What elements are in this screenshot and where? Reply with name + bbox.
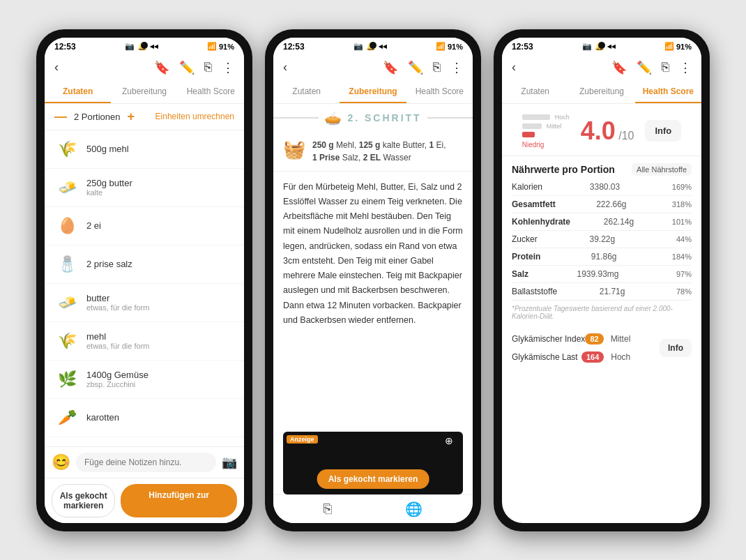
bookmark-icon-3[interactable]: 🔖 [611,60,627,75]
ingredient-name-5: mehl [86,331,149,342]
tabs-2: Zutaten Zubereitung Health Score [273,81,473,104]
score-level: Niedrig [522,141,545,149]
more-icon-2[interactable]: ⋮ [450,60,463,75]
ad-close-icon[interactable]: ⊕ [445,435,457,448]
nutrition-title: Nährwerte pro Portion [512,164,615,175]
nutrition-row-6: Ballaststoffe 21.71g 78% [512,283,692,301]
avatar-icon: 😊 [52,453,70,471]
phone-2: 12:53 📷 🔔 ◂◂ 📶 91% ‹ 🔖 ✏️ ⎘ ⋮ [265,29,481,531]
nutrition-row-4: Protein 91.86g 184% [512,248,692,266]
tab-health-2[interactable]: Health Score [406,81,473,103]
more-icon-1[interactable]: ⋮ [222,60,234,75]
camera-dot [141,42,148,49]
nutrition-row-0: Kalorien 3380.03 169% [512,179,692,196]
tab-zubereitung-1[interactable]: Zubereitung [111,81,177,103]
tab-health-1[interactable]: Health Score [178,81,244,103]
edit-icon-1[interactable]: ✏️ [179,60,195,75]
phone2-bottom: ⎘ 🌐 [273,494,473,523]
back-icon-3[interactable]: ‹ [512,60,516,75]
share-btn-2[interactable]: ⎘ [323,501,332,517]
ingredient-name-6: 1400g Gemüse [86,370,149,380]
portion-minus[interactable]: — [54,109,67,124]
more-icon-3[interactable]: ⋮ [679,60,692,75]
phone-3-inner: 12:53 📷 🔔 ◂◂ 📶 91% ‹ 🔖 ✏️ ⎘ ⋮ [502,38,701,523]
share-icon-1[interactable]: ⎘ [204,60,212,75]
ingredient-icon-5: 🌾 [54,328,79,354]
status-right-1: 📶 91% [207,42,234,51]
ingredient-icon-4: 🧈 [54,290,79,315]
tabs-3: Zutaten Zubereitung Health Score [502,81,701,104]
nav-bar-3: ‹ 🔖 ✏️ ⎘ ⋮ [502,54,701,81]
action-bar-1: Als gekochtmarkieren Hinzufügen zur [45,478,244,523]
share-icon-3[interactable]: ⎘ [662,60,669,75]
add-button-1[interactable]: Hinzufügen zur [121,484,237,517]
cook-button-1[interactable]: Als gekochtmarkieren [52,484,115,517]
bar-niedrig [522,132,535,137]
back-icon-2[interactable]: ‹ [283,60,287,75]
phone-2-inner: 12:53 📷 🔔 ◂◂ 📶 91% ‹ 🔖 ✏️ ⎘ ⋮ [273,38,473,523]
score-section: Hoch Mittel Niedrig 4.0 /10 [502,104,701,156]
step-header-deco: 🥧 2. SCHRITT [273,104,473,132]
score-bars: Hoch Mittel Niedrig [522,114,570,149]
edit-icon-3[interactable]: ✏️ [637,60,652,75]
portion-row: — 2 Portionen + Einheiten umrechnen [45,104,244,130]
score-denom: /10 [618,130,634,142]
step-body: Für den Mürbeteig Mehl, Butter, Ei, Salz… [273,172,473,432]
ingredient-name-4: butter [86,293,149,303]
note-bar: 😊 📷 [45,446,244,478]
nav-bar-2: ‹ 🔖 ✏️ ⎘ ⋮ [273,54,473,81]
step-basket-icon: 🧺 [283,139,305,160]
nutrition-row-1: Gesamtfett 222.66g 318% [512,196,692,213]
glyc-info-button[interactable]: Info [660,339,692,357]
globe-btn-2[interactable]: 🌐 [405,501,423,517]
glyc-badge-1: 164 [581,351,604,363]
step-title: 2. SCHRITT [347,112,421,123]
zubereitung-content: 🥧 2. SCHRITT 🧺 250 g Mehl, 125 g kalte B… [273,104,473,523]
portion-label: 2 Portionen [74,112,121,122]
ad-label: Anzeige [287,435,318,444]
nutrition-table: Kalorien 3380.03 169% Gesamtfett 222.66g… [502,179,701,301]
tab-zubereitung-2[interactable]: Zubereitung [340,81,406,103]
all-nutrients-button[interactable]: Alle Nährstoffe [632,163,692,176]
ingredient-icon-2: 🥚 [54,213,79,239]
back-icon-1[interactable]: ‹ [54,60,59,75]
ingredient-icon-0: 🌾 [54,137,79,162]
status-time-1: 12:53 [54,42,76,52]
tab-zubereitung-3[interactable]: Zubereitung [568,81,634,103]
ingredient-item-4: 🧈 butter etwas, für die form [45,284,244,322]
nutrition-row-3: Zucker 39.22g 44% [512,231,692,248]
tab-zutaten-3[interactable]: Zutaten [502,81,568,103]
unit-link[interactable]: Einheiten umrechnen [155,112,234,121]
tab-zutaten-2[interactable]: Zutaten [273,81,340,103]
glycemic-section: Glykämischer Index 82 Mittel Glykämische… [502,324,701,372]
ingredient-name-7: karotten [86,412,119,423]
score-display: 4.0 /10 [581,116,634,146]
bookmark-icon-1[interactable]: 🔖 [154,60,169,75]
note-input[interactable] [76,453,216,472]
ad-banner: Anzeige ⊕ Als gekocht markieren [283,432,463,494]
score-info-button[interactable]: Info [645,120,681,142]
ingredient-list: 🌾 500g mehl 🧈 250g butter kalte 🥚 2 ei [45,130,244,446]
portion-plus[interactable]: + [128,109,135,124]
ingredient-item-3: 🧂 2 prise salz [45,245,244,284]
camera-btn[interactable]: 📷 [222,455,237,470]
ingredient-item-5: 🌾 mehl etwas, für die form [45,322,244,361]
nutrition-footnote: *Prozentuale Tageswerte basierend auf ei… [502,301,701,324]
phone-1-inner: 12:53 📷 🔔 ◂◂ 📶 91% ‹ 🔖 ✏️ ⎘ ⋮ [45,38,244,523]
nutrition-header: Nährwerte pro Portion Alle Nährstoffe [502,156,701,179]
nutrition-row-2: Kohlenhydrate 262.14g 101% [512,213,692,231]
nav-icons-1: 🔖 ✏️ ⎘ ⋮ [154,60,234,75]
tab-zutaten-1[interactable]: Zutaten [45,81,111,103]
bookmark-icon-2[interactable]: 🔖 [383,60,398,75]
ingredient-sub-5: etwas, für die form [86,342,149,350]
edit-icon-2[interactable]: ✏️ [408,60,423,75]
ingredient-item-6: 🌿 1400g Gemüse zbsp. Zucchini [45,361,244,399]
ingredient-item-1: 🧈 250g butter kalte [45,169,244,207]
mark-cooked-btn[interactable]: Als gekocht markieren [317,469,429,489]
tabs-1: Zutaten Zubereitung Health Score [45,81,244,104]
share-icon-2[interactable]: ⎘ [433,60,441,75]
ingredient-icon-1: 🧈 [54,175,79,200]
bar-mittel [522,123,542,129]
tab-health-3[interactable]: Health Score [635,81,701,103]
score-value: 4.0 [581,116,616,145]
